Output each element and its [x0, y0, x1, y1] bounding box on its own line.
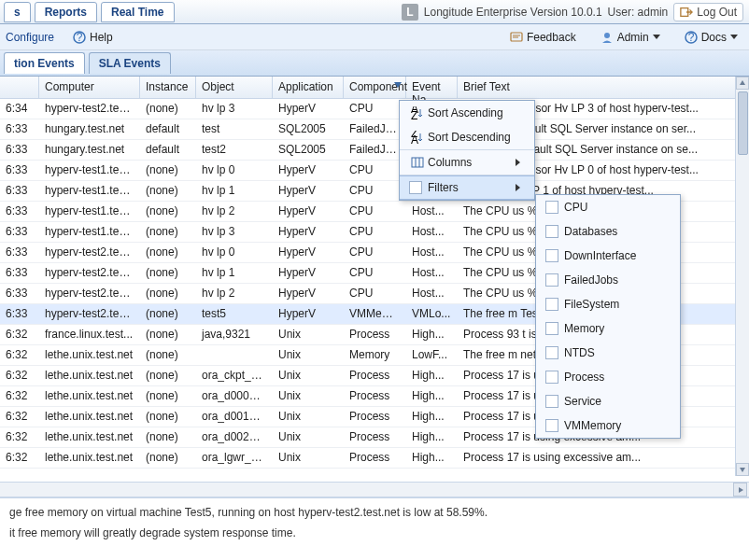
cell: test2: [196, 140, 273, 160]
cell: (none): [140, 427, 196, 447]
secondary-toolbar: Configure ? Help Feedback Admin ? Docs: [0, 24, 749, 50]
cell: 6:34: [0, 99, 39, 119]
help-icon: ?: [73, 31, 86, 44]
scroll-right-button[interactable]: [733, 483, 747, 497]
filter-option[interactable]: Process: [536, 365, 680, 389]
table-row[interactable]: 6:32lethe.unix.test.net(none)ora_lgwr_o.…: [0, 448, 749, 469]
sort-desc-icon: ZA: [407, 131, 428, 144]
filter-option[interactable]: CPU: [536, 195, 680, 219]
cell: hv lp 2: [196, 284, 273, 303]
table-row[interactable]: 6:33hungary.test.netdefaulttestSQL2005Fa…: [0, 119, 749, 140]
tab-sla-events[interactable]: SLA Events: [89, 52, 171, 74]
table-row[interactable]: 6:34hyperv-test2.tes...(none)hv lp 3Hype…: [0, 99, 749, 119]
checkbox-icon: [544, 346, 564, 359]
brand-logo: L: [402, 4, 418, 21]
table-row[interactable]: 6:33hungary.test.netdefaulttest2SQL2005F…: [0, 140, 749, 161]
detail-line1: ge free memory on virtual machine Test5,…: [9, 506, 740, 519]
tab-events[interactable]: tion Events: [4, 52, 85, 74]
logout-button[interactable]: Log Out: [673, 3, 743, 21]
horizontal-scrollbar[interactable]: [0, 482, 749, 497]
column-header[interactable]: [0, 77, 39, 98]
menu-sort-desc[interactable]: ZA Sort Descending: [400, 125, 534, 149]
column-header[interactable]: Component: [344, 77, 406, 98]
menu-sort-asc-label: Sort Ascending: [428, 106, 525, 119]
user-label: User: admin: [608, 6, 669, 19]
cell: High...: [406, 386, 458, 406]
cell: lethe.unix.test.net: [39, 427, 140, 447]
cell: default: [140, 140, 196, 160]
chevron-right-icon: [516, 159, 525, 166]
cell: hyperv-test2.tes...: [39, 99, 140, 119]
detail-line2: it free memory will greatly degrade syst…: [9, 526, 740, 539]
feedback-button[interactable]: Feedback: [504, 29, 582, 46]
checkbox-icon: [544, 371, 564, 384]
cell: default: [140, 119, 196, 139]
filters-submenu: CPUDatabasesDownInterfaceFailedJobsFileS…: [535, 194, 681, 439]
filter-option-label: VMMemory: [564, 419, 671, 432]
docs-menu[interactable]: ? Docs: [679, 29, 743, 46]
table-row[interactable]: 6:33hyperv-test1.tes...(none)hv lp 0Hype…: [0, 161, 749, 181]
column-header[interactable]: Object: [196, 77, 273, 98]
vertical-scrollbar[interactable]: [735, 77, 749, 476]
cell: 6:33: [0, 181, 39, 201]
cell: lethe.unix.test.net: [39, 407, 140, 427]
admin-menu[interactable]: Admin: [595, 29, 666, 46]
filter-option[interactable]: DownInterface: [536, 244, 680, 268]
scroll-down-button[interactable]: [736, 463, 749, 476]
cell: hv lp 2: [196, 202, 273, 221]
filter-option[interactable]: Databases: [536, 219, 680, 244]
scroll-up-button[interactable]: [736, 77, 749, 90]
help-button[interactable]: ? Help: [67, 29, 119, 46]
cell: france.linux.test...: [39, 325, 140, 344]
cell: hv lp 3: [196, 99, 273, 119]
filter-option[interactable]: Service: [536, 389, 680, 413]
configure-link[interactable]: Configure: [6, 31, 54, 44]
cell: CPU: [344, 202, 406, 221]
cell: 6:33: [0, 304, 39, 324]
filter-option[interactable]: VMMemory: [536, 413, 680, 438]
cell: (none): [140, 202, 196, 221]
column-header[interactable]: Event Na: [406, 77, 458, 98]
cell: HyperV: [273, 222, 344, 242]
tab-reports[interactable]: Reports: [35, 2, 97, 22]
cell: (none): [140, 386, 196, 406]
column-header[interactable]: Instance: [140, 77, 196, 98]
column-header[interactable]: Brief Text: [458, 77, 736, 98]
filter-option[interactable]: FileSystem: [536, 292, 680, 316]
cell: 6:33: [0, 263, 39, 283]
chevron-down-icon: [653, 35, 660, 39]
cell: ora_d000_o...: [196, 386, 273, 406]
cell: hyperv-test2.tes...: [39, 243, 140, 262]
menu-columns[interactable]: Columns: [400, 150, 534, 175]
tab-realtime[interactable]: Real Time: [101, 2, 174, 22]
cell: hv lp 1: [196, 263, 273, 283]
cell: Process 17 is using excessive am...: [458, 448, 736, 468]
cell: hungary.test.net: [39, 119, 140, 139]
cell: lethe.unix.test.net: [39, 386, 140, 406]
menu-filters-label: Filters: [428, 181, 516, 194]
filter-option[interactable]: NTDS: [536, 341, 680, 365]
cell: test: [196, 119, 273, 139]
scroll-thumb[interactable]: [738, 91, 748, 155]
cell: HyperV: [273, 202, 344, 221]
checkbox-icon: [544, 298, 564, 311]
cell: High...: [406, 407, 458, 427]
cell: 6:33: [0, 284, 39, 303]
menu-filters[interactable]: Filters: [400, 175, 534, 200]
cell: Unix: [273, 325, 344, 344]
column-header[interactable]: Application: [273, 77, 344, 98]
column-header[interactable]: Computer: [39, 77, 140, 98]
filter-option[interactable]: Memory: [536, 316, 680, 341]
filter-option[interactable]: FailedJobs: [536, 268, 680, 292]
cell: ora_lgwr_o...: [196, 448, 273, 468]
menu-sort-asc[interactable]: AZ Sort Ascending: [400, 101, 534, 125]
cell: (none): [140, 243, 196, 262]
sub-tabs: tion Events SLA Events: [0, 50, 749, 77]
cell: hv lp 0: [196, 243, 273, 262]
cell: hv lp 0: [196, 161, 273, 180]
cell: [196, 345, 273, 365]
cell: 6:33: [0, 202, 39, 221]
docs-icon: ?: [685, 31, 698, 44]
tab-unknown[interactable]: s: [4, 2, 31, 22]
cell: VMLo...: [406, 304, 458, 324]
